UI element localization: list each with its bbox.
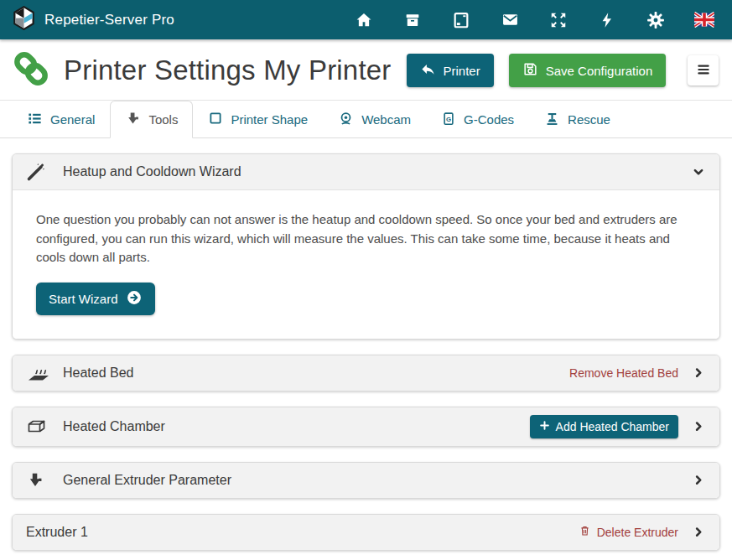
gcode-letter: G xyxy=(446,115,451,122)
plus-icon xyxy=(539,420,550,433)
arrow-circle-right-icon xyxy=(126,289,143,309)
start-wizard-label: Start Wizard xyxy=(49,292,118,306)
tab-gcodes-label: G-Codes xyxy=(464,112,514,127)
extruder-1-header[interactable]: Extruder 1 Delete Extruder xyxy=(13,515,719,550)
tab-general[interactable]: General xyxy=(12,101,110,138)
main-content: Heatup and Cooldown Wizard One question … xyxy=(0,138,732,560)
heated-bed-icon xyxy=(26,363,51,383)
tab-general-label: General xyxy=(50,112,95,127)
heated-bed-card: Heated Bed Remove Heated Bed xyxy=(12,355,720,391)
tab-tools-label: Tools xyxy=(148,112,178,127)
language-flag-uk-icon[interactable] xyxy=(694,10,714,30)
heated-chamber-title: Heated Chamber xyxy=(63,419,165,434)
chevron-down-icon[interactable] xyxy=(691,164,706,179)
start-wizard-button[interactable]: Start Wizard xyxy=(36,283,155,315)
rescue-icon xyxy=(544,111,560,129)
messages-icon[interactable] xyxy=(500,10,520,30)
navbar-icons xyxy=(354,10,719,30)
hamburger-icon xyxy=(695,61,712,80)
general-extruder-header[interactable]: General Extruder Parameter xyxy=(13,463,719,498)
printer-box-icon[interactable] xyxy=(402,10,423,30)
extruder-1-title: Extruder 1 xyxy=(26,525,88,540)
tab-webcam-label: Webcam xyxy=(361,112,411,127)
printer-back-label: Printer xyxy=(444,64,480,78)
wizard-card-header[interactable]: Heatup and Cooldown Wizard xyxy=(13,154,719,190)
printer-back-button[interactable]: Printer xyxy=(407,54,494,87)
add-heated-chamber-button[interactable]: Add Heated Chamber xyxy=(530,415,678,438)
heated-bed-header[interactable]: Heated Bed Remove Heated Bed xyxy=(13,355,719,391)
delete-extruder-label: Delete Extruder xyxy=(597,526,678,539)
save-configuration-label: Save Configuration xyxy=(546,64,653,78)
tab-gcodes[interactable]: G G-Codes xyxy=(426,101,529,138)
settings-tab-bar: General Tools Printer Shape Webcam G G-C… xyxy=(0,101,732,138)
brand[interactable]: Repetier-Server Pro xyxy=(13,6,174,34)
tab-printer-shape-label: Printer Shape xyxy=(231,112,308,127)
remove-heated-bed-link[interactable]: Remove Heated Bed xyxy=(569,366,678,380)
delete-extruder-link[interactable]: Delete Extruder xyxy=(579,524,678,540)
tab-webcam[interactable]: Webcam xyxy=(323,101,426,138)
link-chain-icon xyxy=(12,49,50,91)
repetier-logo-icon xyxy=(13,6,35,34)
wizard-card: Heatup and Cooldown Wizard One question … xyxy=(12,153,720,340)
printer-frame-icon[interactable] xyxy=(451,10,471,30)
heated-bed-title: Heated Bed xyxy=(63,366,134,381)
general-extruder-title: General Extruder Parameter xyxy=(63,473,231,488)
wizard-card-body: One question you probably can not answer… xyxy=(13,190,719,339)
tab-printer-shape[interactable]: Printer Shape xyxy=(193,101,323,138)
power-icon[interactable] xyxy=(597,10,617,30)
trash-icon xyxy=(579,524,591,540)
heated-chamber-card: Heated Chamber Add Heated Chamber xyxy=(12,407,720,447)
extruder-icon xyxy=(125,111,141,129)
settings-gear-icon[interactable] xyxy=(646,10,666,30)
chevron-right-icon[interactable] xyxy=(691,366,706,381)
page-title: Printer Settings My Printer xyxy=(64,54,392,86)
reply-arrow-icon xyxy=(420,61,436,80)
list-icon xyxy=(27,111,43,129)
header-menu-button[interactable] xyxy=(688,55,719,86)
webcam-icon xyxy=(338,111,354,129)
brand-title: Repetier-Server Pro xyxy=(44,12,174,29)
tab-rescue[interactable]: Rescue xyxy=(529,101,626,138)
tab-rescue-label: Rescue xyxy=(568,112,610,127)
heated-chamber-header[interactable]: Heated Chamber Add Heated Chamber xyxy=(13,407,719,446)
chevron-right-icon[interactable] xyxy=(691,473,706,488)
square-outline-icon xyxy=(208,111,223,128)
wizard-title: Heatup and Cooldown Wizard xyxy=(63,164,241,179)
extruder-icon xyxy=(26,471,51,490)
page-header: Printer Settings My Printer Printer Save… xyxy=(0,39,732,101)
gcode-document-icon: G xyxy=(441,111,456,129)
chamber-icon xyxy=(26,417,51,437)
save-floppy-icon xyxy=(522,61,538,80)
general-extruder-card: General Extruder Parameter xyxy=(12,462,720,499)
top-navbar: Repetier-Server Pro xyxy=(0,0,732,39)
wizard-description: One question you probably can not answer… xyxy=(36,210,696,267)
save-configuration-button[interactable]: Save Configuration xyxy=(509,54,667,87)
fullscreen-icon[interactable] xyxy=(548,10,568,30)
magic-wand-icon xyxy=(26,162,51,182)
tab-tools[interactable]: Tools xyxy=(110,101,193,138)
chevron-right-icon[interactable] xyxy=(691,419,706,434)
add-heated-chamber-label: Add Heated Chamber xyxy=(556,420,669,433)
chevron-right-icon[interactable] xyxy=(691,525,706,540)
home-icon[interactable] xyxy=(354,10,374,30)
extruder-1-card: Extruder 1 Delete Extruder xyxy=(12,514,720,551)
